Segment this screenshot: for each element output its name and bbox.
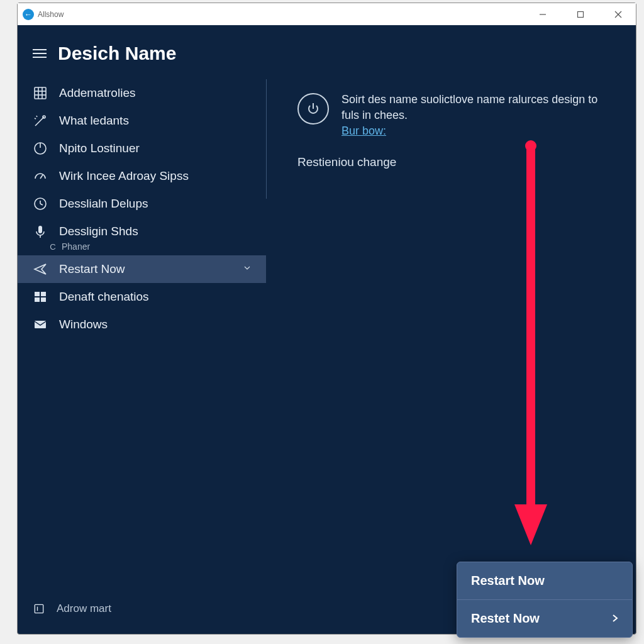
svg-line-12 bbox=[40, 175, 43, 179]
sidebar-item-label: Wirk Incee Adroay Sipss bbox=[59, 169, 189, 183]
power-icon bbox=[297, 93, 329, 125]
svg-rect-21 bbox=[41, 297, 46, 302]
sidebar-item-label: Denaft chenatios bbox=[59, 290, 149, 304]
mail-icon bbox=[33, 317, 48, 332]
refresh-icon: C bbox=[48, 242, 58, 252]
sidebar: Addematrolies What ledants Npito Lostinu… bbox=[18, 79, 266, 634]
sidebar-item-label: Npito Lostinuer bbox=[59, 142, 140, 155]
wand-icon bbox=[33, 113, 48, 128]
sidebar-item-denaft-chenatios[interactable]: Denaft chenatios bbox=[18, 283, 266, 311]
app-window: Allshow Desich Name bbox=[17, 3, 636, 635]
svg-rect-18 bbox=[35, 292, 40, 296]
plane-icon bbox=[33, 262, 48, 277]
restart-popup: Restart Now Restet Now bbox=[457, 562, 633, 638]
grid-icon bbox=[33, 86, 48, 101]
sidebar-item-label: Restart Now bbox=[59, 262, 125, 276]
sidebar-item-label: Addematrolies bbox=[59, 86, 135, 100]
gauge-icon bbox=[33, 169, 48, 184]
info-row: Soirt des name suolictlove name ralurces… bbox=[297, 92, 611, 138]
header: Desich Name bbox=[18, 25, 636, 79]
close-button[interactable] bbox=[606, 5, 631, 24]
svg-rect-24 bbox=[35, 604, 43, 613]
chevron-down-icon bbox=[242, 262, 252, 276]
app-icon bbox=[33, 602, 45, 615]
hamburger-icon[interactable] bbox=[33, 49, 47, 58]
mic-icon bbox=[33, 224, 48, 239]
titlebar-title: Allshow bbox=[38, 10, 530, 19]
chevron-right-icon bbox=[612, 611, 618, 626]
main-panel: Soirt des name suolictlove name ralurces… bbox=[266, 79, 636, 634]
bottom-link[interactable]: Adrow mart bbox=[33, 602, 111, 615]
svg-rect-1 bbox=[578, 11, 584, 17]
sidebar-item-label: Windows bbox=[59, 318, 108, 331]
titlebar: Allshow bbox=[18, 3, 636, 25]
clock-icon bbox=[33, 196, 48, 211]
svg-rect-4 bbox=[35, 87, 46, 99]
sidebar-item-label: What ledants bbox=[59, 114, 129, 128]
svg-rect-20 bbox=[35, 297, 40, 302]
maximize-button[interactable] bbox=[568, 5, 593, 24]
windows-icon bbox=[33, 289, 48, 304]
sidebar-item-sublabel: C Phaner bbox=[18, 242, 266, 252]
bottom-link-label: Adrow mart bbox=[57, 602, 111, 615]
info-link[interactable]: Bur bow: bbox=[341, 125, 386, 138]
power-small-icon bbox=[33, 141, 48, 156]
page-title: Desich Name bbox=[58, 43, 176, 64]
svg-rect-22 bbox=[35, 321, 46, 328]
info-text-block: Soirt des name suolictlove name ralurces… bbox=[341, 92, 611, 138]
popup-item-label: Restet Now bbox=[471, 611, 540, 626]
info-text: Soirt des name suolictlove name ralurces… bbox=[341, 92, 611, 123]
svg-rect-19 bbox=[41, 292, 46, 296]
window-controls bbox=[530, 5, 631, 24]
popup-restet-now[interactable]: Restet Now bbox=[457, 600, 632, 637]
minimize-button[interactable] bbox=[530, 5, 555, 24]
svg-rect-16 bbox=[38, 226, 42, 233]
svg-line-15 bbox=[40, 204, 43, 205]
body: Addematrolies What ledants Npito Lostinu… bbox=[18, 79, 636, 634]
sidebar-item-restart-now[interactable]: Restart Now bbox=[18, 255, 266, 283]
sidebar-item-windows[interactable]: Windows bbox=[18, 311, 266, 338]
popup-restart-now[interactable]: Restart Now bbox=[457, 562, 632, 600]
sidebar-item-label: Dessligin Shds bbox=[59, 225, 138, 238]
sidebar-item-label: Desslialn Delups bbox=[59, 197, 148, 211]
back-icon[interactable] bbox=[23, 9, 34, 20]
sidebar-item-addematrolies[interactable]: Addematrolies bbox=[18, 79, 266, 107]
sidebar-item-wirk-incee[interactable]: Wirk Incee Adroay Sipss bbox=[18, 162, 266, 190]
section-label: Restieniou change bbox=[297, 155, 611, 169]
sidebar-item-desslialn-delups[interactable]: Desslialn Delups bbox=[18, 190, 266, 218]
content-area: Desich Name Addematrolies What ledants bbox=[18, 25, 636, 634]
sidebar-item-npito-lostinuer[interactable]: Npito Lostinuer bbox=[18, 135, 266, 162]
sidebar-item-what-ledants[interactable]: What ledants bbox=[18, 107, 266, 135]
popup-item-label: Restart Now bbox=[471, 574, 545, 588]
